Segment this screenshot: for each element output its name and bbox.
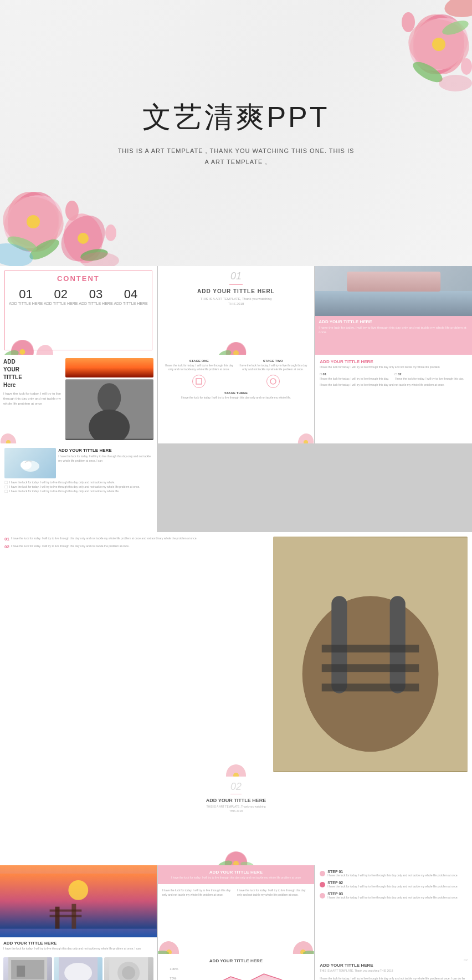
svg-rect-75 [17, 966, 25, 977]
svg-point-80 [122, 966, 136, 979]
pink-col-2: I have the luck for today. I will try to… [237, 889, 310, 897]
pier-photo [0, 865, 157, 937]
s15-title: ADD YOUR TITTLE HERE [320, 963, 468, 968]
stages-top: STAGE ONE I have the luck for today. I w… [162, 359, 310, 371]
three-photos [3, 957, 153, 980]
slide-num-01: 01 [162, 270, 310, 282]
slides-row-5: YOUR TITTLE YOUR TITTLE YOUR TITTLE ADD … [0, 954, 472, 980]
content-label: CONTENT [8, 274, 148, 283]
swan-text: ADD YOUR TITTLE HERE I have the luck for… [58, 448, 152, 478]
pink-banner-slide: ADD YOUR TITTLE HERE I have the luck for… [158, 865, 315, 954]
svg-point-41 [270, 379, 276, 384]
svg-rect-65 [50, 910, 82, 912]
slides-row-2: ADDYOURTITTLEHere I have the luck for to… [0, 355, 472, 443]
svg-rect-51 [322, 645, 419, 652]
svg-rect-66 [50, 915, 82, 917]
photo-pink-slide: ADD YOUR TITTLE HERE I have the luck for… [315, 266, 472, 355]
flower-bottom-left [0, 111, 155, 266]
svg-point-21 [461, 58, 472, 75]
pink-banner: ADD YOUR TITTLE HERE I have the luck for… [158, 865, 315, 884]
chart-slide: ADD YOUR TITTLE HERE 100% 75% 50% 25% [158, 954, 315, 980]
svg-point-9 [105, 224, 116, 241]
content-item-4: 04 ADD TITTLE HERE [114, 287, 147, 305]
content-nums: 01 ADD TITTLE HERE 02 ADD TITTLE HERE 03… [8, 287, 148, 305]
svg-point-29 [35, 344, 55, 355]
slides-row-3: ADD YOUR TITTLE HERE I have the luck for… [0, 443, 472, 532]
stage-three-label: STAGE THREE [162, 391, 310, 395]
sunset-slide: ADDYOURTITTLEHere I have the luck for to… [0, 355, 157, 443]
img-2 [54, 957, 102, 980]
svg-rect-52 [322, 664, 419, 672]
svg-point-7 [78, 233, 89, 244]
step-block-1: □ 01 I have the luck for today. I will t… [320, 372, 392, 381]
content-item-2: 02 ADD TITTLE HERE [44, 287, 78, 305]
pink-columns: I have the luck for today. I will try to… [158, 884, 315, 901]
step-02: STEP 02 I have the luck for today. I wil… [320, 881, 468, 889]
svg-point-25 [439, 75, 472, 91]
num-02-sm: 02 [320, 958, 468, 962]
swan-slide: ADD YOUR TITTLE HERE I have the luck for… [0, 443, 157, 532]
photo-placeholder [315, 266, 472, 316]
img-3 [104, 957, 153, 980]
three-img-slide: YOUR TITTLE YOUR TITTLE YOUR TITTLE [0, 954, 157, 980]
sunset-photo [65, 358, 153, 377]
swan-photo [4, 448, 56, 478]
add-title-sub: THIS IS A ART TEMPLATE, Thank you watchi… [162, 297, 310, 307]
pink-divider [229, 284, 243, 285]
svg-rect-74 [11, 960, 44, 979]
checkboxes: ☐ I have the luck for today. I will try … [4, 481, 152, 485]
cover-slide: 文艺清爽PPT THIS IS A ART TEMPLATE , THANK Y… [0, 0, 472, 266]
svg-point-48 [302, 596, 439, 752]
add-your-title: ADDYOURTITTLEHere [3, 358, 63, 389]
slide-pink-title: ADD YOUR TITTLE HERE [319, 319, 469, 324]
pier-slide: ADD YOUR TITTLE HERE I have the luck for… [0, 865, 157, 954]
stage-icon-2 [266, 375, 280, 388]
chart-title: ADD YOUR TITTLE HERE [162, 958, 310, 963]
slide-02-right: 02 ADD YOUR TITTLE HERE THIS IS A ART TE… [0, 777, 472, 865]
svg-point-20 [402, 12, 415, 32]
svg-rect-40 [196, 379, 202, 384]
step-03: STEP 03 I have the luck for today. I wil… [320, 892, 468, 900]
zebra-list: 01 I have the luck for today. I will try… [4, 537, 271, 772]
check-1: ☐ I have the luck for today. I will try … [4, 481, 152, 485]
content-item-3: 03 ADD TITTLE HERE [79, 287, 112, 305]
svg-point-28 [19, 349, 25, 355]
check-3: ☐ I have the luck for today. I will try … [4, 489, 152, 494]
svg-point-4 [27, 215, 40, 228]
step-block-2: □ 02 I have the luck for today. I will t… [395, 372, 468, 381]
steps-slide-right: ADD YOUR TITTLE HERE I have the luck for… [315, 355, 472, 443]
svg-text:75%: 75% [170, 977, 177, 980]
stage-slide: STAGE ONE I have the luck for today. I w… [158, 355, 315, 443]
svg-text:100%: 100% [170, 967, 178, 971]
pink-col-1: I have the luck for today. I will try to… [162, 889, 235, 897]
svg-point-19 [432, 38, 445, 51]
slide-pink-text: I have the luck for today. I will try to… [319, 325, 469, 335]
pink-bottom: ADD YOUR TITTLE HERE I have the luck for… [315, 316, 472, 355]
slides-row-4: ADD YOUR TITTLE HERE I have the luck for… [0, 865, 472, 954]
svg-point-62 [68, 880, 88, 900]
step-01: STEP 01 I have the luck for today. I wil… [320, 870, 468, 877]
person-photo [65, 379, 153, 440]
cover-title: 文艺清爽PPT [142, 98, 329, 137]
zebra-slide: 01 I have the luck for today. I will try… [0, 532, 472, 777]
pier-text: ADD YOUR TITTLE HERE I have the luck for… [0, 937, 157, 955]
swan-top: ADD YOUR TITTLE HERE I have the luck for… [4, 448, 152, 478]
svg-point-36 [98, 384, 121, 413]
svg-point-8 [65, 201, 79, 221]
num-02-big: 02 [4, 781, 468, 793]
steps-pink-slide: STEP 01 I have the luck for today. I wil… [315, 865, 472, 954]
zebra-photo [273, 537, 468, 772]
stage-icon-1 [192, 375, 206, 388]
slide-02-title: ADD YOUR TITTLE HERE [4, 798, 468, 803]
content-item-1: 01 ADD TITTLE HERE [9, 287, 43, 305]
stage-two: STAGE TWO I have the luck for today. I w… [236, 359, 310, 371]
z-item-1: 01 I have the luck for today. I will try… [4, 537, 271, 542]
slides-row-1: CONTENT 01 ADD TITTLE HERE 02 ADD TITTLE… [0, 266, 472, 355]
steps-title: ADD YOUR TITTLE HERE [320, 359, 468, 364]
right-photos [65, 358, 153, 440]
add-title-slide: 01 ADD YOUR TITTLE HERL THIS IS A ART TE… [158, 266, 315, 355]
body-text: I have the luck for today. I will try to… [3, 391, 63, 406]
slide-02-right2: 02 ADD YOUR TITTLE HERE THIS IS A ART TE… [315, 954, 472, 980]
add-title-text: ADD YOUR TITTLE HERL [162, 288, 310, 294]
stage-one: STAGE ONE I have the luck for today. I w… [162, 359, 236, 371]
